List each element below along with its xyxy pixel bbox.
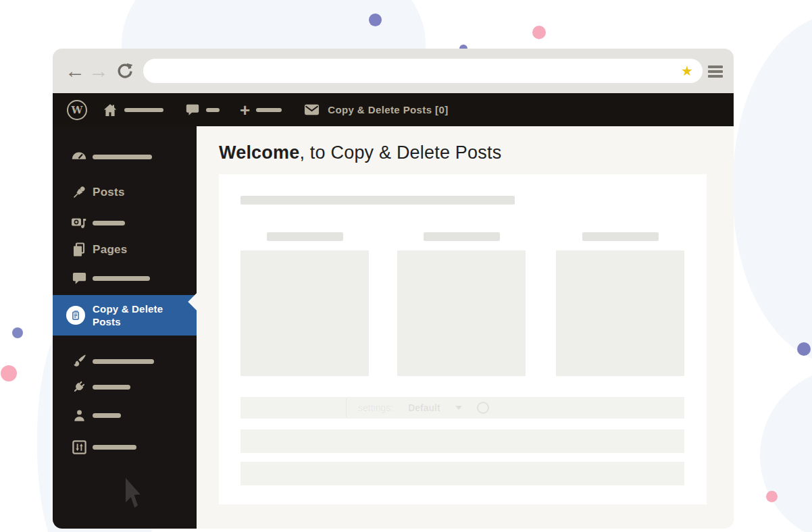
back-icon[interactable]: ← bbox=[64, 49, 86, 93]
pushpin-icon bbox=[71, 184, 87, 201]
url-input[interactable] bbox=[143, 59, 703, 83]
comment-bubble-icon bbox=[71, 270, 87, 286]
plug-icon bbox=[71, 379, 87, 395]
copy-document-icon bbox=[66, 306, 85, 325]
placeholder-row bbox=[240, 462, 684, 485]
background-blob bbox=[760, 368, 812, 532]
user-icon bbox=[71, 407, 87, 423]
decor-dot-purple bbox=[369, 14, 382, 26]
media-icon bbox=[71, 215, 87, 231]
decor-dot-pink bbox=[532, 26, 546, 39]
background-blob bbox=[733, 14, 812, 365]
decor-dot-pink bbox=[1, 365, 17, 381]
placeholder-panel bbox=[556, 250, 684, 376]
page-title-bold: Welcome bbox=[219, 142, 299, 163]
placeholder-label bbox=[93, 276, 150, 281]
ghost-settings: settings: Default bbox=[358, 402, 489, 414]
forward-icon[interactable]: → bbox=[88, 49, 109, 93]
mouse-cursor bbox=[126, 478, 146, 508]
page: ← → ★ W bbox=[0, 0, 812, 532]
placeholder-new-label bbox=[256, 108, 282, 112]
wordpress-logo-icon[interactable]: W bbox=[67, 100, 87, 120]
chevron-down-icon bbox=[455, 406, 462, 410]
placeholder-label bbox=[93, 221, 125, 225]
gear-icon bbox=[477, 402, 489, 414]
placeholder-label bbox=[93, 385, 130, 390]
new-content-icon[interactable]: + bbox=[240, 103, 250, 117]
dashboard-gauge-icon bbox=[71, 149, 87, 165]
wp-admin-bar: W + Copy & Delete Posts [0] bbox=[53, 93, 734, 126]
sidebar-item-plugins[interactable] bbox=[53, 377, 197, 396]
placeholder-site-name bbox=[124, 108, 163, 112]
decor-dot-pink-small bbox=[766, 491, 778, 502]
sidebar-item-media[interactable] bbox=[53, 213, 197, 232]
placeholder-intro-bar bbox=[240, 196, 515, 205]
placeholder-row bbox=[240, 429, 684, 453]
sidebar-item-comments[interactable] bbox=[53, 269, 197, 288]
placeholder-label bbox=[93, 155, 152, 159]
sidebar-item-label-active: Copy & Delete Posts bbox=[93, 302, 184, 328]
comments-icon[interactable] bbox=[185, 103, 200, 117]
home-icon[interactable] bbox=[102, 102, 118, 118]
admin-bar-plugin-title[interactable]: Copy & Delete Posts [0] bbox=[328, 104, 448, 115]
refresh-icon[interactable] bbox=[113, 49, 136, 93]
browser-chrome: ← → ★ bbox=[53, 49, 734, 93]
placeholder-panel bbox=[397, 250, 526, 376]
sidebar-item-users[interactable] bbox=[53, 406, 197, 425]
sidebar-item-posts[interactable]: Posts bbox=[53, 183, 197, 202]
menu-icon[interactable] bbox=[708, 65, 723, 78]
paintbrush-icon bbox=[71, 353, 87, 369]
placeholder-label bbox=[93, 445, 136, 450]
settings-sliders-icon bbox=[71, 439, 87, 455]
sidebar-item-settings[interactable] bbox=[53, 437, 197, 456]
placeholder-column-title bbox=[424, 232, 500, 241]
placeholder-column-title bbox=[267, 232, 343, 241]
sidebar-item-label: Pages bbox=[93, 243, 128, 257]
page-title-rest: , to Copy & Delete Posts bbox=[299, 142, 501, 163]
sidebar-item-label: Posts bbox=[93, 186, 125, 199]
decor-dot-purple bbox=[797, 342, 811, 356]
placeholder-label bbox=[93, 359, 154, 364]
wp-sidebar: Posts bbox=[53, 126, 197, 529]
ghost-settings-label: settings: bbox=[358, 402, 393, 413]
browser-window: ← → ★ W bbox=[53, 49, 734, 529]
placeholder-comment-count bbox=[206, 108, 220, 112]
bookmark-star-icon[interactable]: ★ bbox=[681, 49, 693, 93]
sidebar-item-pages[interactable]: Pages bbox=[53, 240, 197, 259]
divider bbox=[346, 398, 347, 417]
sidebar-item-appearance[interactable] bbox=[53, 352, 197, 371]
ghost-settings-value: Default bbox=[408, 402, 440, 413]
placeholder-label bbox=[93, 413, 121, 418]
pages-icon bbox=[71, 242, 87, 258]
sidebar-item-copy-delete-posts[interactable]: Copy & Delete Posts bbox=[53, 295, 197, 336]
sidebar-item-dashboard[interactable] bbox=[53, 147, 197, 166]
placeholder-settings-row: settings: Default bbox=[240, 397, 684, 419]
decor-dot-purple-small bbox=[12, 327, 23, 338]
welcome-card: settings: Default bbox=[219, 174, 707, 504]
admin-content-area: Welcome, to Copy & Delete Posts settings… bbox=[197, 126, 734, 529]
placeholder-column-title bbox=[582, 232, 659, 241]
envelope-icon[interactable] bbox=[304, 102, 320, 117]
placeholder-panel bbox=[240, 250, 369, 376]
page-title: Welcome, to Copy & Delete Posts bbox=[219, 142, 501, 163]
